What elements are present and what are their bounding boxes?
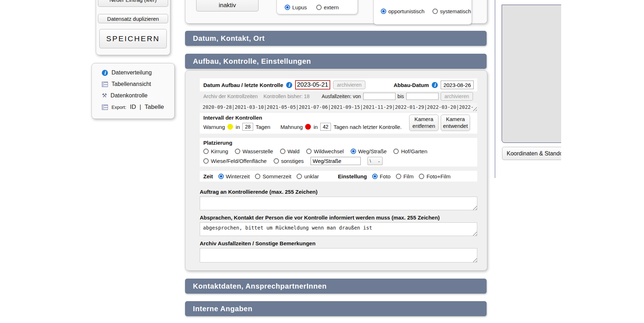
radio-option-systematisch[interactable]: systematisch [432, 8, 471, 14]
kontrollzeiten-row: Archiv der Kontrollzeiten Kontrollen bis… [200, 92, 477, 101]
radio-option-foto-film[interactable]: Foto+Film [419, 173, 450, 179]
archivieren-button[interactable]: archivieren [333, 81, 365, 89]
platzierung-title: Platzierung [203, 140, 474, 146]
section-header-datum-kontakt-ort[interactable]: Datum, Kontakt, Ort [185, 31, 487, 46]
radio-option-unklar[interactable]: unklar [297, 173, 319, 179]
in-label: in [313, 124, 318, 130]
warnung-dot-icon [227, 124, 233, 130]
radio-icon[interactable] [372, 174, 378, 179]
table-icon [102, 105, 108, 110]
table-icon [102, 82, 108, 87]
status-card: inaktiv Lupus extern opportunistisch [185, 0, 487, 24]
radio-icon[interactable] [297, 174, 302, 179]
auftrag-textarea[interactable] [200, 197, 477, 210]
radio-option-wald[interactable]: Wald [280, 148, 300, 154]
radio-icon[interactable] [432, 9, 438, 14]
tagen-label: Tagen [256, 124, 270, 130]
radio-option-opportunistisch[interactable]: opportunistisch [381, 8, 425, 14]
ausfall-bis-input[interactable] [406, 93, 439, 100]
radio-option-lupus[interactable]: Lupus [285, 4, 307, 10]
zeit-einstellung-row: Zeit Winterzeit Sommerzeit unklar Einste… [200, 171, 477, 182]
radio-icon[interactable] [396, 174, 401, 179]
ausfall-archivieren-button[interactable]: archivieren [441, 92, 473, 101]
archiv-bemerkungen-textarea[interactable] [200, 248, 477, 262]
radio-icon[interactable] [419, 174, 424, 179]
ausfallzeiten-label: Ausfallzeiten: von [322, 93, 361, 99]
abbau-datum-input[interactable] [441, 81, 474, 89]
info-icon[interactable]: i [286, 82, 292, 88]
zeit-label: Zeit [203, 173, 213, 179]
radio-icon[interactable] [381, 9, 386, 14]
map-placeholder[interactable] [502, 5, 561, 143]
radio-icon[interactable] [351, 149, 356, 154]
radio-icon[interactable] [316, 5, 322, 10]
radio-icon[interactable] [203, 149, 209, 154]
absprachen-textarea[interactable]: abgesprochen, bittet um Rückmeldung wenn… [200, 222, 477, 236]
radio-option-kirrung[interactable]: Kirrung [203, 148, 228, 154]
archiv-bemerkungen-textarea-wrap [200, 248, 477, 262]
koordinaten-panel: Koordinaten & Standort [495, 0, 561, 168]
menu-item-label: Datenkontrolle [110, 92, 147, 99]
mahnung-suffix-label: Tagen nach letzter Kontrolle. [333, 124, 402, 130]
export-id-link[interactable]: ID [130, 103, 136, 111]
ausfall-von-input[interactable] [363, 93, 396, 100]
platzierung-dropdown[interactable]: \ ⌄ [368, 157, 383, 165]
menu-item-export: Export: ID | Tabelle [102, 101, 174, 113]
menu-item-datenverteilung[interactable]: i Datenverteilung [102, 67, 174, 78]
section-header-aufbau-kontrolle[interactable]: Aufbau, Kontrolle, Einstellungen [185, 54, 487, 69]
koordinaten-standort-button[interactable]: Koordinaten & Standort [502, 147, 561, 160]
radio-option-winterzeit[interactable]: Winterzeit [218, 173, 250, 179]
auftrag-textarea-wrap [200, 197, 477, 210]
tools-menu-card: i Datenverteilung Tabellenansicht ⚒ Date… [91, 63, 175, 119]
mahnung-dot-icon [305, 124, 311, 130]
kontroll-dates-log[interactable]: 2020-09-28|2021-03-10|2021-05-05|2021-07… [200, 103, 477, 111]
radio-icon[interactable] [280, 149, 285, 154]
radio-icon[interactable] [285, 5, 290, 10]
datensatz-duplizieren-button[interactable]: Datensatz duplizieren [98, 14, 168, 23]
mode-fieldset: opportunistisch systematisch [373, 0, 472, 25]
radio-icon[interactable] [306, 149, 312, 154]
radio-icon[interactable] [218, 174, 224, 179]
datum-aufbau-input[interactable] [295, 80, 330, 90]
radio-option-hof-garten[interactable]: Hof/Garten [393, 148, 427, 154]
section-header-interne-angaben[interactable]: Interne Angaben [185, 301, 487, 316]
radio-icon[interactable] [393, 149, 399, 154]
menu-item-datenkontrolle[interactable]: ⚒ Datenkontrolle [102, 90, 174, 101]
export-tabelle-link[interactable]: Tabelle [145, 103, 164, 111]
inaktiv-button[interactable]: inaktiv [196, 0, 259, 11]
menu-item-tabellenansicht[interactable]: Tabellenansicht [102, 78, 174, 90]
radio-option-weg-strasse[interactable]: Weg/Straße [351, 148, 387, 154]
radio-option-sommerzeit[interactable]: Sommerzeit [255, 173, 291, 179]
radio-icon[interactable] [274, 158, 279, 164]
radio-icon[interactable] [255, 174, 260, 179]
info-icon[interactable]: i [432, 82, 438, 88]
mahnung-days-input[interactable] [320, 123, 331, 131]
in-label: in [236, 124, 240, 130]
radio-option-sonstiges[interactable]: sonstiges [274, 158, 304, 164]
archiv-kontrollzeiten-link[interactable]: Archiv der Kontrollzeiten [203, 93, 258, 99]
radio-option-film[interactable]: Film [396, 173, 413, 179]
auftrag-label: Auftrag an Kontrollierende (max. 255 Zei… [200, 189, 317, 195]
section-header-kontaktdaten[interactable]: Kontaktdaten, AnsprechpartnerInnen [185, 279, 487, 294]
radio-option-wiese-feld[interactable]: Wiese/Feld/Offenfläche [203, 158, 267, 164]
kamera-entfernen-button[interactable]: Kamera entfernen [409, 115, 439, 131]
radio-option-extern[interactable]: extern [316, 4, 339, 10]
export-separator: | [139, 104, 141, 110]
sonstiges-input[interactable] [311, 157, 361, 165]
platzierung-block: Platzierung Kirrung Wasserstelle Wald Wi… [200, 138, 477, 167]
warnung-days-input[interactable] [242, 123, 253, 131]
speichern-button[interactable]: SPEICHERN [99, 29, 167, 48]
export-label: Export: [112, 105, 126, 110]
datum-aufbau-label: Datum Aufbau / letzte Kontrolle [203, 82, 283, 88]
radio-icon[interactable] [235, 149, 240, 154]
neuer-eintrag-button[interactable]: Neuer Eintrag (leer) [98, 0, 168, 7]
radio-icon[interactable] [203, 158, 209, 164]
archiv-bemerkungen-label: Archiv Ausfallzeiten / Sonstige Bemerkun… [200, 240, 316, 246]
radio-option-foto[interactable]: Foto [372, 173, 390, 179]
chevron-down-icon: ⌄ [378, 159, 380, 163]
radio-option-wasserstelle[interactable]: Wasserstelle [235, 148, 273, 154]
page: Neuer Eintrag (leer) Datensatz duplizier… [0, 0, 644, 323]
action-buttons-card: Neuer Eintrag (leer) Datensatz duplizier… [96, 0, 170, 55]
kamera-entwendet-button[interactable]: Kamera entwendet [441, 115, 470, 131]
radio-option-wildwechsel[interactable]: Wildwechsel [306, 148, 344, 154]
